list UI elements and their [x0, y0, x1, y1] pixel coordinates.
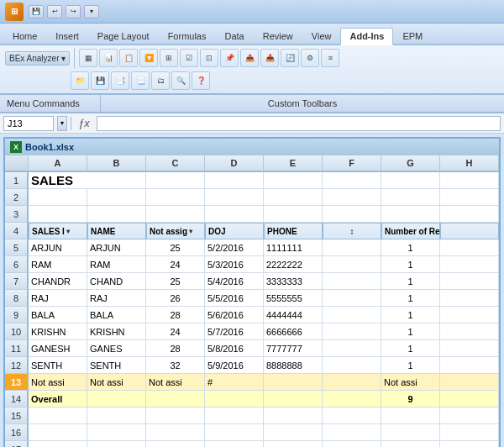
row-header-6[interactable]: 6	[5, 256, 29, 273]
cell-b8[interactable]: RAJ	[87, 290, 146, 307]
save-btn[interactable]: 💾	[29, 5, 44, 18]
tb-btn-12[interactable]: ⚙	[301, 49, 319, 67]
cell-f4[interactable]: ↕	[323, 223, 381, 239]
tb-btn-4[interactable]: 🔽	[139, 49, 158, 67]
tab-view[interactable]: View	[302, 28, 341, 44]
col-d[interactable]: D	[205, 155, 264, 172]
cell-e7[interactable]: 3333333	[264, 273, 323, 290]
cell-g5[interactable]: 1	[381, 239, 440, 256]
cell-c4[interactable]: Not assig▾	[146, 223, 205, 239]
tb-btn-1[interactable]: ▦	[79, 49, 97, 67]
col-g[interactable]: G	[381, 155, 440, 172]
tab-data[interactable]: Data	[215, 28, 253, 44]
cell-e15[interactable]	[264, 408, 323, 424]
cell-g9[interactable]: 1	[381, 307, 440, 323]
cell-b3[interactable]	[87, 206, 146, 223]
cell-f11[interactable]	[323, 340, 381, 357]
cell-e13[interactable]	[264, 374, 323, 391]
cell-ref-dropdown[interactable]: ▾	[57, 116, 67, 131]
cell-h4[interactable]	[440, 223, 499, 239]
cell-f17[interactable]	[323, 441, 381, 447]
cell-d13[interactable]: #	[205, 374, 264, 391]
cell-g16[interactable]	[381, 424, 440, 441]
cell-b5[interactable]: ARJUN	[87, 239, 146, 256]
cell-d4[interactable]: DOJ	[205, 223, 264, 239]
cell-e8[interactable]: 5555555	[264, 290, 323, 307]
cell-h10[interactable]	[440, 323, 499, 340]
tb-btn-16[interactable]: 📑	[111, 71, 129, 90]
cell-e11[interactable]: 7777777	[264, 340, 323, 357]
cell-c10[interactable]: 24	[146, 323, 205, 340]
row-header-2[interactable]: 2	[5, 189, 29, 206]
cell-d11[interactable]: 5/8/2016	[205, 340, 264, 357]
bex-analyzer-label[interactable]: BEx Analyzer ▾	[5, 51, 70, 66]
cell-b14[interactable]	[87, 391, 146, 408]
cell-h3[interactable]	[440, 206, 499, 223]
cell-f12[interactable]	[323, 357, 381, 374]
tb-btn-5[interactable]: ⊞	[160, 49, 178, 67]
cell-f5[interactable]	[323, 239, 381, 256]
cell-a7[interactable]: CHANDR	[29, 273, 87, 290]
cell-a14[interactable]: Overall	[29, 391, 87, 408]
cell-e10[interactable]: 6666666	[264, 323, 323, 340]
tab-insert[interactable]: Insert	[46, 28, 88, 44]
cell-e9[interactable]: 4444444	[264, 307, 323, 323]
cell-a12[interactable]: SENTH	[29, 357, 87, 374]
cell-e1[interactable]	[264, 172, 323, 189]
row-header-7[interactable]: 7	[5, 273, 29, 290]
tab-epm[interactable]: EPM	[393, 28, 432, 44]
cell-h12[interactable]	[440, 357, 499, 374]
tb-btn-13[interactable]: ≡	[321, 49, 339, 67]
row-header-13[interactable]: 13	[5, 374, 29, 391]
cell-c13[interactable]: Not assi	[146, 374, 205, 391]
cell-f2[interactable]	[323, 189, 381, 206]
cell-a1[interactable]: SALES	[29, 172, 146, 189]
cell-d1[interactable]	[205, 172, 264, 189]
cell-a15[interactable]	[29, 408, 87, 424]
cell-c12[interactable]: 32	[146, 357, 205, 374]
row-header-8[interactable]: 8	[5, 290, 29, 307]
cell-h11[interactable]	[440, 340, 499, 357]
cell-b17[interactable]	[87, 441, 146, 447]
cell-b4[interactable]: NAME	[87, 223, 146, 239]
tb-btn-17[interactable]: 📃	[131, 71, 150, 90]
cell-a2[interactable]	[29, 189, 87, 206]
cell-g13[interactable]: Not assi	[381, 374, 440, 391]
cell-c7[interactable]: 25	[146, 273, 205, 290]
col-h[interactable]: H	[440, 155, 499, 172]
cell-c5[interactable]: 25	[146, 239, 205, 256]
cell-h14[interactable]	[440, 391, 499, 408]
cell-f7[interactable]	[323, 273, 381, 290]
undo-btn[interactable]: ↩	[47, 5, 62, 18]
cell-c6[interactable]: 24	[146, 256, 205, 273]
cell-a9[interactable]: BALA	[29, 307, 87, 323]
cell-b6[interactable]: RAM	[87, 256, 146, 273]
cell-b9[interactable]: BALA	[87, 307, 146, 323]
cell-h13[interactable]	[440, 374, 499, 391]
cell-e6[interactable]: 2222222	[264, 256, 323, 273]
row-header-1[interactable]: 1	[5, 172, 29, 189]
cell-h1[interactable]	[440, 172, 499, 189]
cell-g1[interactable]	[381, 172, 440, 189]
cell-d14[interactable]	[205, 391, 264, 408]
cell-b13[interactable]: Not assi	[87, 374, 146, 391]
cell-h2[interactable]	[440, 189, 499, 206]
cell-c11[interactable]: 28	[146, 340, 205, 357]
cell-g10[interactable]: 1	[381, 323, 440, 340]
tb-btn-9[interactable]: 📤	[240, 49, 259, 67]
menu-commands-label[interactable]: Menu Commands	[7, 98, 80, 108]
tab-addins[interactable]: Add-Ins	[340, 28, 393, 45]
cell-d12[interactable]: 5/9/2016	[205, 357, 264, 374]
cell-b11[interactable]: GANES	[87, 340, 146, 357]
col-f[interactable]: F	[323, 155, 381, 172]
cell-f10[interactable]	[323, 323, 381, 340]
tab-review[interactable]: Review	[254, 28, 302, 44]
cell-g3[interactable]	[381, 206, 440, 223]
cell-b10[interactable]: KRISHN	[87, 323, 146, 340]
cell-g8[interactable]: 1	[381, 290, 440, 307]
cell-f9[interactable]	[323, 307, 381, 323]
cell-e17[interactable]	[264, 441, 323, 447]
cell-b7[interactable]: CHAND	[87, 273, 146, 290]
cell-h6[interactable]	[440, 256, 499, 273]
cell-d15[interactable]	[205, 408, 264, 424]
